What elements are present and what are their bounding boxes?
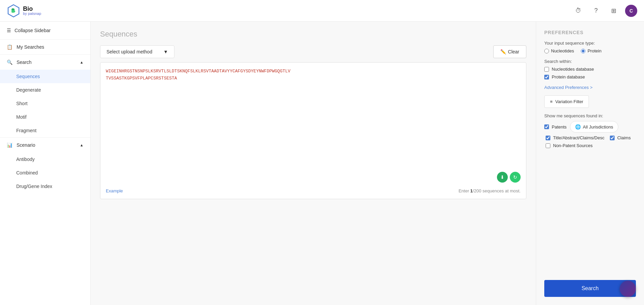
input-counter: Enter 1/200 sequences at most. [458,188,521,193]
content-area: Sequences Select upload method ▼ ✏️ Clea… [91,22,644,305]
scenario-chevron-icon: ▲ [80,143,84,147]
timer-icon-button[interactable]: ⏱ [572,5,585,17]
sub-checkboxes: Title/Abstract/Claims/Desc Claims Non-Pa… [544,135,636,148]
sequence-refresh-button[interactable]: ↻ [510,172,521,183]
all-jurisdictions-button[interactable]: 🌐 All Jurisdictions [570,121,618,133]
jurisdictions-row: Patents 🌐 All Jurisdictions [544,121,636,133]
variation-filter-label: Variation Filter [555,99,583,104]
logo-area: Bio by patsnap [7,4,41,18]
app-name: Bio [23,6,41,12]
sequence-textarea[interactable] [106,68,521,183]
clear-eraser-icon: ✏️ [500,49,506,54]
floating-avatar[interactable] [620,281,636,297]
search-within-label: Search within: [544,59,636,64]
sidebar-item-sequences[interactable]: Sequences [0,70,90,83]
app-subtitle: by patsnap [23,12,41,16]
all-jurisdictions-label: All Jurisdictions [583,124,613,130]
protein-radio-item[interactable]: Protein [581,48,601,53]
protein-radio[interactable] [581,49,586,53]
variation-filter-icon: ≡ [550,99,553,104]
collapse-label: Collapse Sidebar [15,28,51,33]
app-logo-icon [7,4,20,18]
counter-current: 1 [470,188,473,193]
apps-grid-icon-button[interactable]: ⊞ [607,5,620,17]
sidebar-item-drug-gene-index[interactable]: Drug/Gene Index [0,180,90,193]
sidebar-item-combined[interactable]: Combined [0,166,90,180]
sequence-type-radio-group: Nucleotides Protein [544,48,636,53]
clear-button[interactable]: ✏️ Clear [493,45,526,58]
logo-text: Bio by patsnap [23,6,41,16]
claims-checkbox-item[interactable]: Claims [610,135,631,140]
patents-label: Patents [552,124,567,130]
sequences-panel: Sequences Select upload method ▼ ✏️ Clea… [91,22,536,305]
show-sequences-section: Show me sequences found in: Patents 🌐 Al… [544,113,636,148]
sequence-download-button[interactable]: ⬇ [497,172,508,183]
sidebar-collapse-button[interactable]: ☰ Collapse Sidebar [0,22,90,40]
advanced-preferences-link[interactable]: Advanced Preferences > [544,85,636,90]
nav-icons: ⏱ ? ⊞ C [572,5,637,17]
search-within-checkbox-group: Nucleotides database Protein database [544,67,636,79]
sequence-type-label: Your input sequence type: [544,41,636,46]
nucleotides-db-checkbox-item[interactable]: Nucleotides database [544,67,636,72]
sidebar-item-my-searches[interactable]: 📋 My Searches [0,40,90,54]
example-link[interactable]: Example [106,188,123,193]
nucleotides-radio-item[interactable]: Nucleotides [544,48,574,53]
sidebar-search-group[interactable]: 🔍 Search ▲ [0,55,90,70]
non-patent-label: Non-Patent Sources [553,143,593,148]
nucleotides-db-label: Nucleotides database [552,67,594,72]
nucleotides-radio-label: Nucleotides [551,48,574,53]
top-navigation: Bio by patsnap ⏱ ? ⊞ C [0,0,644,22]
scenario-section: 📊 Scenario ▲ Antibody Combined Drug/Gene… [0,137,90,193]
my-searches-label: My Searches [17,44,44,50]
search-within-section: Search within: Nucleotides database Prot… [544,59,636,79]
sidebar: ☰ Collapse Sidebar 📋 My Searches 🔍 Searc… [0,22,91,305]
show-sequences-label: Show me sequences found in: [544,113,636,118]
protein-db-label: Protein database [552,74,585,79]
patents-checkbox-item[interactable]: Patents [544,124,567,130]
upload-method-select[interactable]: Select upload method ▼ [100,45,174,58]
sidebar-item-motif[interactable]: Motif [0,110,90,124]
scenario-icon: 📊 [7,142,13,148]
title-abstract-label: Title/Abstract/Claims/Desc [553,135,604,140]
user-avatar[interactable]: C [625,5,637,17]
my-searches-icon: 📋 [7,44,13,50]
main-layout: ☰ Collapse Sidebar 📋 My Searches 🔍 Searc… [0,22,644,305]
protein-radio-label: Protein [588,48,601,53]
claims-label: Claims [617,135,631,140]
sidebar-item-degenerate[interactable]: Degenerate [0,83,90,97]
non-patent-checkbox[interactable] [546,143,550,148]
claims-checkbox[interactable] [610,136,615,140]
non-patent-checkbox-item[interactable]: Non-Patent Sources [546,143,636,148]
sidebar-item-antibody[interactable]: Antibody [0,152,90,166]
nucleotides-radio[interactable] [544,49,549,53]
sidebar-scenario-group[interactable]: 📊 Scenario ▲ [0,138,90,152]
protein-db-checkbox-item[interactable]: Protein database [544,74,636,79]
title-claims-row: Title/Abstract/Claims/Desc Claims [546,135,636,140]
sequence-input-area: ⬇ ↻ Example Enter 1/200 sequences at mos… [100,62,526,199]
patents-checkbox[interactable] [544,124,549,129]
nucleotides-db-checkbox[interactable] [544,67,549,72]
input-actions: ⬇ ↻ [497,172,521,183]
variation-filter-button[interactable]: ≡ Variation Filter [544,95,589,108]
title-abstract-checkbox[interactable] [546,136,550,140]
input-footer: Example Enter 1/200 sequences at most. [106,186,521,193]
collapse-icon: ☰ [7,28,11,33]
search-section: 🔍 Search ▲ Sequences Degenerate Short Mo… [0,54,90,137]
sidebar-item-short[interactable]: Short [0,97,90,110]
sidebar-item-fragment[interactable]: Fragment [0,124,90,137]
scenario-group-label: Scenario [17,142,35,148]
upload-select-chevron-icon: ▼ [163,49,168,54]
panel-title: Sequences [100,30,526,39]
protein-db-checkbox[interactable] [544,75,549,79]
preferences-panel: PREFERENCES Your input sequence type: Nu… [536,22,644,305]
globe-icon: 🌐 [575,124,581,130]
title-abstract-checkbox-item[interactable]: Title/Abstract/Claims/Desc [546,135,604,140]
help-icon-button[interactable]: ? [590,5,602,17]
search-chevron-icon: ▲ [80,60,84,64]
upload-method-placeholder: Select upload method [106,49,152,54]
upload-toolbar: Select upload method ▼ ✏️ Clear [100,45,526,58]
sequence-type-section: Your input sequence type: Nucleotides Pr… [544,41,636,53]
clear-label: Clear [508,49,519,54]
search-nav-icon: 🔍 [7,60,13,65]
search-group-label: Search [17,60,31,65]
